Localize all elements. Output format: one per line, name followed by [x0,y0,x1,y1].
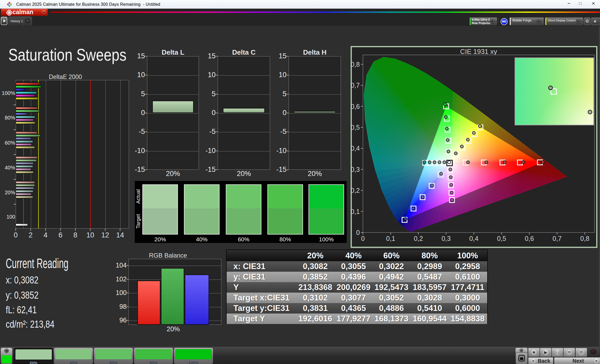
svg-text:0,5: 0,5 [497,235,506,242]
svg-text:0,3: 0,3 [442,235,451,242]
svg-text:0,7: 0,7 [351,82,360,89]
svg-text:0: 0 [356,229,360,236]
svg-text:0,8: 0,8 [580,235,590,242]
svg-text:0,3: 0,3 [351,166,360,173]
svg-text:0,2: 0,2 [414,235,423,242]
svg-text:0: 0 [361,235,365,242]
svg-text:0,6: 0,6 [351,103,360,110]
svg-text:0,5: 0,5 [351,124,360,131]
svg-text:0,2: 0,2 [351,187,360,194]
svg-text:CIE 1931 xy: CIE 1931 xy [460,48,497,55]
svg-text:0,1: 0,1 [386,235,395,242]
svg-text:0,1: 0,1 [351,208,360,215]
svg-text:0,8: 0,8 [351,61,360,68]
svg-text:0,4: 0,4 [351,145,360,152]
svg-text:0,6: 0,6 [525,235,534,242]
svg-text:0,7: 0,7 [553,235,562,242]
svg-text:0,4: 0,4 [469,235,479,242]
